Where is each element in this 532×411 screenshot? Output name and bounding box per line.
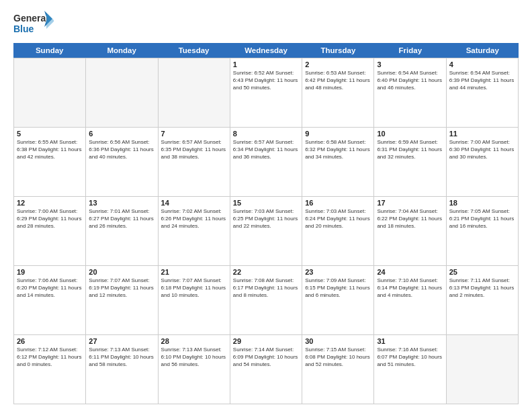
- calendar-cell: 27Sunrise: 7:13 AM Sunset: 6:11 PM Dayli…: [86, 335, 158, 404]
- calendar-cell: 25Sunrise: 7:11 AM Sunset: 6:13 PM Dayli…: [447, 266, 519, 334]
- calendar-cell: 24Sunrise: 7:10 AM Sunset: 6:14 PM Dayli…: [374, 266, 446, 334]
- calendar-cell: 5Sunrise: 6:55 AM Sunset: 6:38 PM Daylig…: [14, 128, 86, 196]
- day-info: Sunrise: 7:02 AM Sunset: 6:26 PM Dayligh…: [161, 208, 227, 230]
- weekday-header: Tuesday: [158, 43, 230, 58]
- day-info: Sunrise: 7:03 AM Sunset: 6:24 PM Dayligh…: [305, 208, 371, 230]
- day-info: Sunrise: 6:53 AM Sunset: 6:42 PM Dayligh…: [305, 70, 371, 91]
- calendar-cell: 8Sunrise: 6:57 AM Sunset: 6:34 PM Daylig…: [230, 128, 302, 196]
- day-number: 31: [377, 337, 443, 345]
- calendar-row: 26Sunrise: 7:12 AM Sunset: 6:12 PM Dayli…: [14, 334, 519, 404]
- day-number: 25: [449, 268, 515, 276]
- calendar-cell: 29Sunrise: 7:14 AM Sunset: 6:09 PM Dayli…: [230, 335, 302, 404]
- day-info: Sunrise: 7:03 AM Sunset: 6:25 PM Dayligh…: [233, 208, 299, 230]
- day-number: 5: [17, 130, 83, 138]
- day-number: 27: [89, 337, 154, 345]
- day-number: 20: [89, 268, 154, 276]
- calendar-body: 1Sunrise: 6:52 AM Sunset: 6:43 PM Daylig…: [13, 58, 519, 404]
- calendar-row: 12Sunrise: 7:00 AM Sunset: 6:29 PM Dayli…: [14, 196, 519, 265]
- calendar-cell: 2Sunrise: 6:53 AM Sunset: 6:42 PM Daylig…: [302, 58, 374, 127]
- day-info: Sunrise: 6:55 AM Sunset: 6:38 PM Dayligh…: [17, 139, 83, 161]
- day-number: 21: [161, 268, 227, 276]
- day-number: 23: [305, 268, 371, 276]
- day-info: Sunrise: 7:07 AM Sunset: 6:18 PM Dayligh…: [161, 277, 227, 299]
- svg-text:Blue: Blue: [13, 24, 34, 34]
- day-info: Sunrise: 7:00 AM Sunset: 6:29 PM Dayligh…: [17, 208, 83, 230]
- day-info: Sunrise: 6:54 AM Sunset: 6:40 PM Dayligh…: [377, 70, 443, 91]
- calendar-cell: 17Sunrise: 7:04 AM Sunset: 6:22 PM Dayli…: [374, 197, 446, 265]
- calendar-row: 1Sunrise: 6:52 AM Sunset: 6:43 PM Daylig…: [14, 58, 519, 127]
- calendar-cell: 28Sunrise: 7:13 AM Sunset: 6:10 PM Dayli…: [159, 335, 230, 404]
- day-number: 26: [17, 337, 83, 345]
- day-info: Sunrise: 7:10 AM Sunset: 6:14 PM Dayligh…: [377, 277, 443, 299]
- day-info: Sunrise: 7:16 AM Sunset: 6:07 PM Dayligh…: [377, 347, 443, 368]
- day-info: Sunrise: 7:14 AM Sunset: 6:09 PM Dayligh…: [233, 347, 299, 368]
- calendar-cell: 9Sunrise: 6:58 AM Sunset: 6:32 PM Daylig…: [302, 128, 374, 196]
- logo: General Blue: [13, 11, 54, 36]
- day-info: Sunrise: 6:57 AM Sunset: 6:34 PM Dayligh…: [233, 139, 299, 161]
- weekday-header: Thursday: [302, 43, 374, 58]
- day-info: Sunrise: 7:07 AM Sunset: 6:19 PM Dayligh…: [89, 277, 154, 299]
- page: General Blue SundayMondayTuesdayWednesda…: [0, 0, 532, 411]
- svg-marker-3: [46, 13, 54, 29]
- weekday-header: Sunday: [13, 43, 85, 58]
- calendar-cell: 19Sunrise: 7:06 AM Sunset: 6:20 PM Dayli…: [14, 266, 86, 334]
- day-info: Sunrise: 6:52 AM Sunset: 6:43 PM Dayligh…: [233, 70, 299, 91]
- calendar-cell: 6Sunrise: 6:56 AM Sunset: 6:36 PM Daylig…: [86, 128, 158, 196]
- header: General Blue: [13, 11, 519, 36]
- day-info: Sunrise: 7:09 AM Sunset: 6:15 PM Dayligh…: [305, 277, 371, 299]
- day-number: 28: [161, 337, 227, 345]
- calendar-cell: 10Sunrise: 6:59 AM Sunset: 6:31 PM Dayli…: [374, 128, 446, 196]
- calendar-cell: 12Sunrise: 7:00 AM Sunset: 6:29 PM Dayli…: [14, 197, 86, 265]
- day-number: 9: [305, 130, 371, 138]
- day-number: 30: [305, 337, 371, 345]
- calendar-cell: [447, 335, 519, 404]
- calendar-cell: 16Sunrise: 7:03 AM Sunset: 6:24 PM Dayli…: [302, 197, 374, 265]
- day-info: Sunrise: 7:12 AM Sunset: 6:12 PM Dayligh…: [17, 347, 83, 368]
- calendar-cell: [86, 58, 158, 127]
- day-number: 18: [449, 199, 515, 207]
- calendar-cell: 13Sunrise: 7:01 AM Sunset: 6:27 PM Dayli…: [86, 197, 158, 265]
- day-number: 11: [449, 130, 515, 138]
- day-info: Sunrise: 7:05 AM Sunset: 6:21 PM Dayligh…: [449, 208, 515, 230]
- calendar-cell: 15Sunrise: 7:03 AM Sunset: 6:25 PM Dayli…: [230, 197, 302, 265]
- calendar-cell: 4Sunrise: 6:54 AM Sunset: 6:39 PM Daylig…: [447, 58, 519, 127]
- calendar-cell: [159, 58, 230, 127]
- calendar-cell: [14, 58, 86, 127]
- day-number: 2: [305, 60, 371, 68]
- day-number: 22: [233, 268, 299, 276]
- day-number: 10: [377, 130, 443, 138]
- day-info: Sunrise: 7:01 AM Sunset: 6:27 PM Dayligh…: [89, 208, 154, 230]
- day-number: 4: [449, 60, 515, 68]
- day-number: 13: [89, 199, 154, 207]
- day-info: Sunrise: 6:56 AM Sunset: 6:36 PM Dayligh…: [89, 139, 154, 161]
- day-number: 19: [17, 268, 83, 276]
- calendar: SundayMondayTuesdayWednesdayThursdayFrid…: [13, 43, 519, 404]
- day-info: Sunrise: 6:54 AM Sunset: 6:39 PM Dayligh…: [449, 70, 515, 91]
- calendar-cell: 23Sunrise: 7:09 AM Sunset: 6:15 PM Dayli…: [302, 266, 374, 334]
- calendar-cell: 22Sunrise: 7:08 AM Sunset: 6:17 PM Dayli…: [230, 266, 302, 334]
- day-info: Sunrise: 7:13 AM Sunset: 6:10 PM Dayligh…: [161, 347, 227, 368]
- day-info: Sunrise: 7:15 AM Sunset: 6:08 PM Dayligh…: [305, 347, 371, 368]
- calendar-row: 19Sunrise: 7:06 AM Sunset: 6:20 PM Dayli…: [14, 265, 519, 334]
- day-info: Sunrise: 7:08 AM Sunset: 6:17 PM Dayligh…: [233, 277, 299, 299]
- day-number: 24: [377, 268, 443, 276]
- day-number: 16: [305, 199, 371, 207]
- calendar-cell: 7Sunrise: 6:57 AM Sunset: 6:35 PM Daylig…: [159, 128, 230, 196]
- day-number: 3: [377, 60, 443, 68]
- day-number: 14: [161, 199, 227, 207]
- day-number: 12: [17, 199, 83, 207]
- day-number: 6: [89, 130, 154, 138]
- day-number: 7: [161, 130, 227, 138]
- day-number: 1: [233, 60, 299, 68]
- calendar-cell: 31Sunrise: 7:16 AM Sunset: 6:07 PM Dayli…: [374, 335, 446, 404]
- day-info: Sunrise: 7:06 AM Sunset: 6:20 PM Dayligh…: [17, 277, 83, 299]
- day-info: Sunrise: 7:13 AM Sunset: 6:11 PM Dayligh…: [89, 347, 154, 368]
- day-number: 17: [377, 199, 443, 207]
- calendar-cell: 11Sunrise: 7:00 AM Sunset: 6:30 PM Dayli…: [447, 128, 519, 196]
- calendar-cell: 14Sunrise: 7:02 AM Sunset: 6:26 PM Dayli…: [159, 197, 230, 265]
- calendar-cell: 26Sunrise: 7:12 AM Sunset: 6:12 PM Dayli…: [14, 335, 86, 404]
- weekday-header: Saturday: [447, 43, 519, 58]
- day-info: Sunrise: 7:11 AM Sunset: 6:13 PM Dayligh…: [449, 277, 515, 299]
- calendar-cell: 1Sunrise: 6:52 AM Sunset: 6:43 PM Daylig…: [230, 58, 302, 127]
- day-number: 8: [233, 130, 299, 138]
